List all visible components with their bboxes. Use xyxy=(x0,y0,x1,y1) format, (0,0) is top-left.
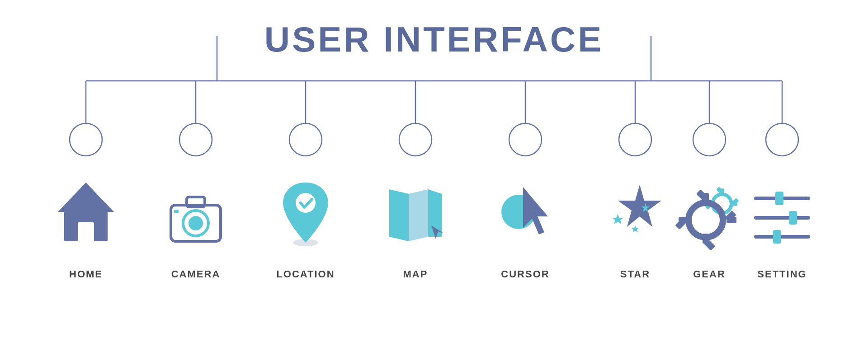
cursor-label: CURSOR xyxy=(501,268,549,280)
svg-point-15 xyxy=(693,123,726,156)
cursor-icon xyxy=(501,187,548,234)
main-container: USER INTERFACE xyxy=(50,11,818,336)
svg-point-12 xyxy=(399,123,432,156)
svg-marker-37 xyxy=(613,214,623,224)
home-icon-2 xyxy=(54,178,118,250)
svg-marker-30 xyxy=(389,189,409,241)
svg-marker-31 xyxy=(409,189,428,241)
map-label: MAP xyxy=(403,268,428,280)
setting-label: SETTING xyxy=(757,268,807,280)
svg-point-26 xyxy=(189,216,203,230)
svg-rect-65 xyxy=(773,230,781,244)
svg-point-11 xyxy=(289,123,322,156)
star-label: STAR xyxy=(620,268,650,280)
svg-rect-22 xyxy=(78,222,94,241)
map-icon xyxy=(389,189,443,241)
svg-rect-63 xyxy=(789,211,797,225)
svg-marker-38 xyxy=(632,225,639,232)
svg-point-16 xyxy=(766,123,798,156)
diagram-svg: USER INTERFACE xyxy=(50,11,818,336)
svg-point-10 xyxy=(179,123,212,156)
svg-rect-61 xyxy=(775,192,783,205)
setting-icon xyxy=(756,192,808,244)
svg-point-9 xyxy=(70,123,102,156)
title-text: USER INTERFACE xyxy=(264,19,604,59)
svg-marker-35 xyxy=(523,187,548,234)
svg-point-29 xyxy=(296,193,316,213)
svg-rect-27 xyxy=(174,210,179,213)
star-icon xyxy=(613,185,661,232)
gear-icon xyxy=(675,187,739,251)
gear-label: GEAR xyxy=(693,268,726,280)
camera-icon xyxy=(171,197,221,241)
camera-label: CAMERA xyxy=(171,268,221,280)
svg-marker-36 xyxy=(618,185,661,227)
location-icon xyxy=(283,183,328,246)
home-label: HOME xyxy=(69,268,103,280)
svg-point-13 xyxy=(509,123,542,156)
svg-point-14 xyxy=(619,123,651,156)
svg-point-51 xyxy=(698,212,714,228)
location-label: LOCATION xyxy=(276,268,335,280)
